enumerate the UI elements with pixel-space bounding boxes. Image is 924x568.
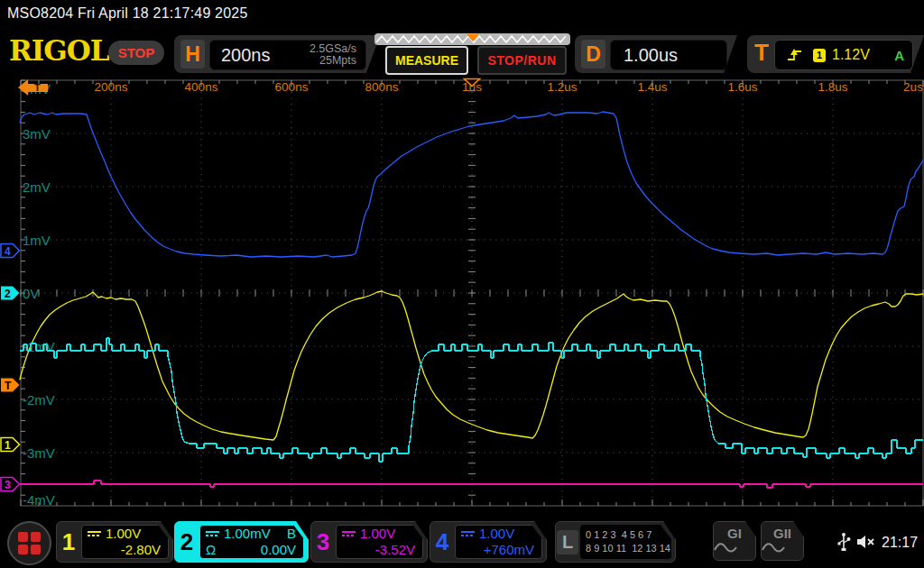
trigger-panel[interactable]: T 1 1.12V A xyxy=(747,35,924,73)
clock: 21:17 xyxy=(882,535,918,551)
logic-channels-block[interactable]: L 0 1 2 3 4 5 6 7 8 9 10 11 12 13 14 15 xyxy=(555,521,676,563)
dc-coupling-icon xyxy=(461,531,475,536)
trigger-level-marker[interactable]: T xyxy=(0,377,21,393)
delay-panel[interactable]: D 1.00us xyxy=(575,35,737,73)
trigger-source-badge: 1 xyxy=(813,49,826,62)
svg-text:2: 2 xyxy=(5,288,11,300)
trigger-level-value: 1.12V xyxy=(832,47,870,63)
svg-text:T: T xyxy=(5,380,12,392)
channel-3-trace xyxy=(20,481,923,488)
gen1-label: GI xyxy=(727,526,742,541)
horizontal-panel[interactable]: H 200ns 2.5GSa/s 25Mpts xyxy=(174,35,380,73)
channel-scale: 1.00V xyxy=(479,526,514,542)
t-key[interactable]: T xyxy=(754,39,769,67)
ch2-offset-marker[interactable]: 2 xyxy=(0,285,21,301)
h-key[interactable]: H xyxy=(180,40,205,69)
generator-2-button[interactable]: GII xyxy=(761,521,804,561)
waveform-position-scrollbar[interactable] xyxy=(374,32,571,46)
trigger-time-marker[interactable]: T xyxy=(18,78,49,96)
dc-coupling-icon xyxy=(342,531,356,536)
menu-dot xyxy=(31,545,41,554)
measure-button[interactable]: MEASURE xyxy=(385,46,468,75)
speaker-muted-icon[interactable] xyxy=(855,534,877,550)
delay-box: 1.00us xyxy=(610,40,727,70)
channel-number: 2 xyxy=(175,522,199,562)
channel-number: 1 xyxy=(57,522,80,562)
svg-text:1: 1 xyxy=(5,439,11,452)
menu-dot xyxy=(18,545,28,554)
logic-label: L xyxy=(557,530,578,554)
svg-text:3: 3 xyxy=(5,479,11,491)
sine-icon xyxy=(714,542,737,553)
menu-dot xyxy=(31,532,41,542)
channel-1-block[interactable]: 11.00V-2.80V xyxy=(56,521,173,563)
delay-value: 1.00us xyxy=(611,45,678,66)
oscilloscope-screen: { "title_bar": { "text": "MSO8204 Fri Ap… xyxy=(0,0,924,568)
trigger-sweep-mode: A xyxy=(894,48,904,63)
timebase-value: 200ns xyxy=(210,45,271,66)
channel-offset: -2.80V xyxy=(121,542,161,558)
menu-dot xyxy=(18,532,28,542)
menu-button[interactable] xyxy=(7,521,51,565)
channel-scale: 1.00mV xyxy=(224,526,271,542)
channel-number: 3 xyxy=(311,522,335,562)
trigger-box: 1 1.12V A xyxy=(774,40,913,70)
rigol-logo: RIGOL xyxy=(9,34,109,67)
channel-4-block[interactable]: 41.00V+760mV xyxy=(430,521,547,563)
dc-coupling-icon xyxy=(206,531,219,536)
timebase-box: 200ns 2.5GSa/s 25Mpts xyxy=(209,40,366,70)
stop-run-button[interactable]: STOP/RUN xyxy=(477,46,567,75)
sine-icon xyxy=(762,542,785,553)
bandwidth-limit-badge: B xyxy=(287,526,296,542)
channel-2-block[interactable]: 21.00mVBΩ0.00V xyxy=(174,521,309,563)
svg-text:4: 4 xyxy=(5,245,11,258)
memory-depth: 25Mpts xyxy=(319,54,356,67)
dc-coupling-icon xyxy=(88,531,101,536)
generator-1-button[interactable]: GI xyxy=(713,521,756,561)
ch1-offset-marker[interactable]: 1 xyxy=(0,436,21,453)
run-state-badge[interactable]: STOP xyxy=(108,41,164,65)
channel-offset: +760mV xyxy=(484,542,534,558)
channel-offset: -3.52V xyxy=(375,542,415,558)
gen2-label: GII xyxy=(773,526,791,541)
impedance-label: Ω xyxy=(206,542,216,558)
trigger-position-marker[interactable] xyxy=(463,78,481,87)
channel-1-trace xyxy=(20,291,923,440)
waveform-display: 4mV3mV2mV1mV0V-1mV-2mV-3mV-4mV 200ns400n… xyxy=(0,78,924,518)
usb-icon xyxy=(836,532,851,552)
ch4-offset-marker[interactable]: 4 xyxy=(0,243,21,259)
channel-number: 4 xyxy=(430,522,454,562)
channel-scale: 1.00V xyxy=(106,526,141,542)
ch3-offset-marker[interactable]: 3 xyxy=(0,476,21,492)
channel-3-block[interactable]: 31.00V-3.52V xyxy=(310,521,428,563)
sample-rate: 2.5GSa/s xyxy=(310,42,356,55)
title-bar: MSO8204 Fri April 18 21:17:49 2025 xyxy=(7,5,248,22)
rising-edge-icon xyxy=(786,47,804,63)
channel-scale: 1.00V xyxy=(360,526,395,542)
svg-text:T: T xyxy=(34,82,41,93)
logic-row-1: 0 1 2 3 4 5 6 7 xyxy=(586,528,664,542)
logic-row-2: 8 9 10 11 12 13 14 15 xyxy=(586,542,664,555)
d-key[interactable]: D xyxy=(581,40,605,69)
channel-offset: 0.00V xyxy=(261,542,296,558)
